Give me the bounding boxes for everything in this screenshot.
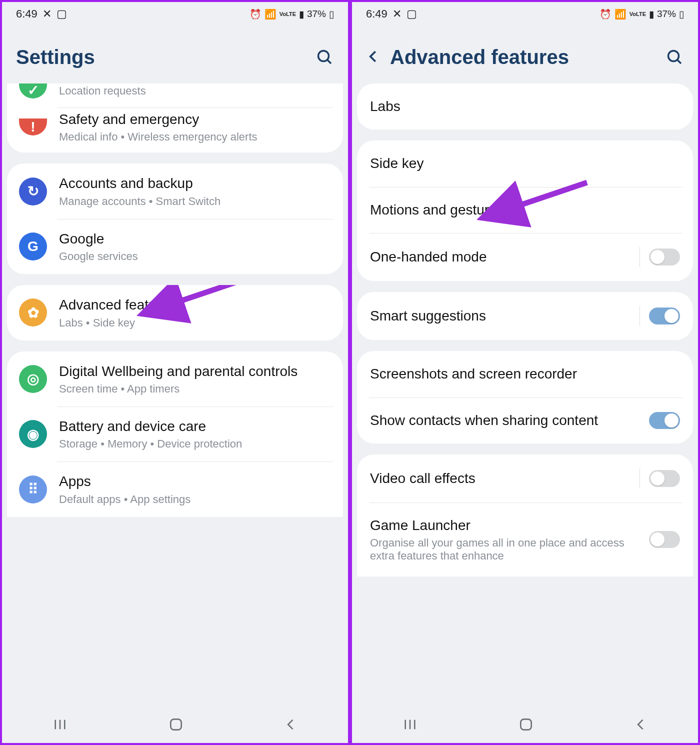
list-item[interactable]: Motions and gestures: [357, 187, 693, 233]
row-icon: ✿: [19, 298, 47, 326]
advanced-features-list[interactable]: LabsSide keyMotions and gestures One-han…: [352, 84, 698, 708]
page-header: Advanced features: [352, 26, 698, 84]
row-icon: ◉: [19, 420, 47, 448]
status-time: 6:49: [16, 8, 38, 20]
list-item[interactable]: GGoogleGoogle services: [7, 219, 343, 274]
lte-icon: VoLTE: [630, 11, 646, 17]
list-item[interactable]: Labs: [357, 84, 693, 130]
status-bar: 6:49 ✕ ▢ ⏰ 📶 VoLTE ▮ 37% ▯: [2, 2, 348, 26]
row-text: Game LauncherOrganise all your games all…: [370, 516, 649, 562]
row-icon: G: [19, 232, 47, 260]
list-item[interactable]: Game LauncherOrganise all your games all…: [357, 502, 693, 576]
row-title: Side key: [370, 154, 680, 172]
row-subtitle: Default apps • App settings: [59, 493, 331, 506]
lte-icon: VoLTE: [280, 11, 296, 17]
row-title: Screenshots and screen recorder: [370, 365, 680, 383]
list-item[interactable]: ◎Digital Wellbeing and parental controls…: [7, 352, 343, 406]
list-item[interactable]: One-handed mode: [357, 233, 693, 281]
row-title: Google: [59, 230, 331, 248]
list-item[interactable]: ◉Battery and device careStorage • Memory…: [7, 406, 343, 462]
row-icon: ✓: [19, 84, 47, 98]
toggle-wrap: [634, 247, 680, 267]
signal-icon: ▮: [299, 8, 304, 20]
list-item[interactable]: ✓Location requests: [7, 84, 343, 108]
row-subtitle: Google services: [59, 250, 331, 263]
toggle-separator: [640, 247, 640, 267]
toggle-wrap: [649, 412, 680, 429]
row-text: Smart suggestions: [370, 307, 634, 325]
battery-icon: ▯: [679, 8, 684, 20]
toggle-switch[interactable]: [649, 531, 680, 548]
row-text: Digital Wellbeing and parental controlsS…: [59, 362, 331, 396]
battery-icon: ▯: [329, 8, 334, 20]
row-title: Digital Wellbeing and parental controls: [59, 362, 331, 380]
row-text: Side key: [370, 154, 680, 172]
svg-line-1: [328, 60, 332, 64]
row-text: Location requests: [59, 84, 331, 98]
image-icon: ▢: [406, 8, 417, 20]
row-icon: !: [19, 118, 47, 136]
list-item[interactable]: Screenshots and screen recorder: [357, 351, 693, 397]
row-text: GoogleGoogle services: [59, 230, 331, 263]
back-button[interactable]: [366, 49, 381, 66]
svg-line-8: [678, 60, 682, 64]
row-text: AppsDefault apps • App settings: [59, 472, 331, 506]
list-item[interactable]: ✿Advanced featuresLabs • Side key: [7, 285, 343, 340]
settings-list[interactable]: ✓Location requests!Safety and emergencyM…: [2, 84, 348, 708]
search-button[interactable]: [316, 48, 334, 66]
toggle-wrap: [649, 531, 680, 548]
row-title: Game Launcher: [370, 516, 649, 534]
row-subtitle: Labs • Side key: [59, 316, 331, 330]
status-time: 6:49: [366, 8, 388, 20]
row-subtitle: Storage • Memory • Device protection: [59, 438, 331, 450]
toggle-switch[interactable]: [649, 308, 680, 324]
list-item[interactable]: Smart suggestions: [357, 292, 693, 340]
page-header: Settings: [2, 26, 348, 84]
row-text: Battery and device careStorage • Memory …: [59, 418, 331, 450]
row-text: Safety and emergencyMedical info • Wirel…: [59, 110, 331, 144]
list-item[interactable]: Video call effects: [357, 454, 693, 502]
row-text: Motions and gestures: [370, 201, 680, 219]
nav-back[interactable]: [634, 718, 648, 734]
list-item[interactable]: !Safety and emergencyMedical info • Wire…: [7, 108, 343, 152]
image-icon: ▢: [56, 8, 67, 20]
row-text: Advanced featuresLabs • Side key: [59, 296, 331, 329]
row-text: Accounts and backupManage accounts • Sma…: [59, 174, 331, 208]
status-bar: 6:49 ✕ ▢ ⏰ 📶 VoLTE ▮ 37% ▯: [352, 2, 698, 26]
svg-rect-13: [520, 719, 531, 730]
row-subtitle: Location requests: [59, 84, 331, 98]
list-item[interactable]: Side key: [357, 140, 693, 186]
nav-recents[interactable]: [52, 716, 68, 734]
search-button[interactable]: [666, 48, 684, 66]
toggle-wrap: [634, 468, 680, 488]
toggle-switch[interactable]: [649, 412, 680, 429]
row-title: Accounts and backup: [59, 174, 331, 192]
row-icon: ◎: [19, 365, 47, 393]
nav-recents[interactable]: [402, 716, 418, 734]
page-title: Settings: [16, 46, 95, 68]
list-item[interactable]: ⠿AppsDefault apps • App settings: [7, 462, 343, 516]
toggle-separator: [640, 468, 640, 488]
row-subtitle: Organise all your games all in one place…: [370, 536, 649, 562]
svg-point-0: [318, 50, 329, 61]
toggle-wrap: [634, 306, 680, 326]
nav-home[interactable]: [168, 716, 184, 734]
row-text: Labs: [370, 98, 680, 116]
row-subtitle: Medical info • Wireless emergency alerts: [59, 130, 331, 144]
row-title: Battery and device care: [59, 418, 331, 436]
nav-home[interactable]: [518, 716, 534, 734]
row-subtitle: Manage accounts • Smart Switch: [59, 195, 331, 208]
battery-text: 37%: [307, 8, 326, 20]
wifi-icon: 📶: [614, 8, 626, 20]
svg-rect-6: [170, 719, 181, 730]
row-icon: ↻: [19, 178, 47, 206]
row-text: Screenshots and screen recorder: [370, 365, 680, 383]
toggle-switch[interactable]: [649, 248, 680, 266]
phone-right: 6:49 ✕ ▢ ⏰ 📶 VoLTE ▮ 37% ▯ Advanced feat…: [350, 0, 700, 745]
list-item[interactable]: Show contacts when sharing content: [357, 398, 693, 444]
row-text: Show contacts when sharing content: [370, 412, 649, 430]
nav-back[interactable]: [284, 718, 298, 734]
wifi-icon: 📶: [264, 8, 276, 20]
toggle-switch[interactable]: [649, 470, 680, 487]
list-item[interactable]: ↻Accounts and backupManage accounts • Sm…: [7, 164, 343, 218]
